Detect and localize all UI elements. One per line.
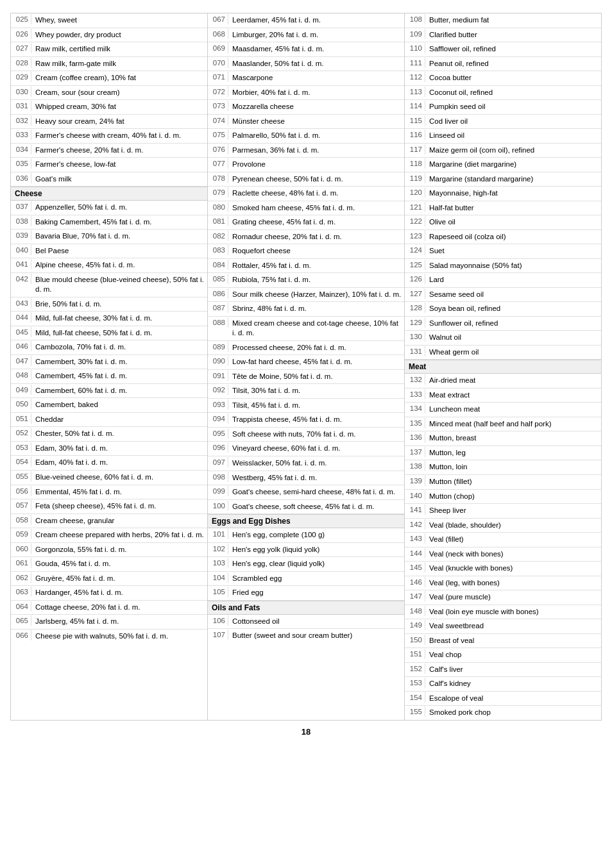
list-item: 081Grating cheese, 45% fat i. d. m. [208,215,404,230]
entry-number: 073 [208,101,228,111]
list-item: 148Veal (loin eye muscle with bones) [405,605,601,620]
entry-number: 066 [11,630,31,640]
list-item: 137Mutton, leg [405,446,601,461]
list-item: 026Whey powder, dry product [11,28,207,43]
entry-number: 074 [208,115,228,126]
entry-number: 080 [208,202,228,212]
list-item: 108Butter, medium fat [405,13,601,28]
list-item: 125Salad mayonnaise (50% fat) [405,259,601,274]
section-header: Oils and Fats [208,601,404,615]
list-item: 140Mutton (chop) [405,490,601,505]
entry-number: 155 [405,706,425,717]
list-item: 144Veal (neck with bones) [405,547,601,562]
entry-number: 108 [405,14,425,24]
entry-number: 105 [208,587,228,597]
entry-label: Hen's egg, complete (100 g) [228,529,327,542]
columns-container: 025Whey, sweet026Whey powder, dry produc… [10,13,602,721]
list-item: 126Lard [405,273,601,288]
entry-number: 144 [405,548,425,558]
entry-number: 096 [208,442,228,453]
entry-number: 153 [405,678,425,688]
list-item: 065Jarlsberg, 45% fat i. d. m. [11,615,207,630]
list-item: 087Sbrinz, 48% fat i. d. m. [208,302,404,317]
entry-label: Smoked ham cheese, 45% fat i. d. m. [228,202,357,215]
list-item: 151Veal chop [405,648,601,663]
list-item: 054Edam, 40% fat i. d. m. [11,456,207,471]
list-item: 056Emmental, 45% fat i. d. m. [11,485,207,500]
list-item: 071Mascarpone [208,71,404,86]
list-item: 107Butter (sweet and sour cream butter) [208,629,404,643]
entry-number: 128 [405,303,425,313]
list-item: 053Edam, 30% fat i. d. m. [11,442,207,456]
entry-number: 084 [208,260,228,270]
entry-label: Cream, sour (sour cream) [31,87,123,99]
entry-number: 142 [405,519,425,530]
list-item: 147Veal (pure muscle) [405,590,601,605]
entry-label: Leerdamer, 45% fat i. d. m. [228,14,323,27]
entry-number: 061 [11,558,31,568]
list-item: 155Smoked pork chop [405,706,601,720]
entry-number: 123 [405,231,425,241]
list-item: 085Rubiola, 75% fat i. d. m. [208,273,404,288]
list-item: 111Peanut oil, refined [405,57,601,72]
entry-number: 132 [405,374,425,385]
entry-number: 100 [208,501,228,511]
list-item: 061Gouda, 45% fat i. d. m. [11,557,207,572]
list-item: 063Hardanger, 45% fat i. d. m. [11,586,207,601]
list-item: 146Veal (leg, with bones) [405,576,601,591]
entry-number: 127 [405,288,425,299]
entry-number: 120 [405,187,425,197]
entry-number: 046 [11,341,31,351]
entry-label: Sunflower oil, refined [425,317,500,330]
list-item: 074Münster cheese [208,115,404,129]
entry-number: 042 [11,274,31,284]
list-item: 121Half-fat butter [405,201,601,216]
list-item: 037Appenzeller, 50% fat i. d. m. [11,201,207,215]
entry-label: Hardanger, 45% fat i. d. m. [31,587,126,599]
entry-label: Bel Paese [31,245,71,258]
list-item: 119Margarine (standard margarine) [405,172,601,187]
entry-number: 078 [208,173,228,183]
entry-label: Salad mayonnaise (50% fat) [425,260,524,272]
list-item: 089Processed cheese, 20% fat i. d. m. [208,341,404,356]
entry-label: Baking Camembert, 45% fat i. d. m. [31,216,155,229]
entry-label: Goat's milk [31,173,74,186]
entry-number: 116 [405,129,425,140]
entry-number: 147 [405,591,425,601]
entry-number: 101 [208,529,228,539]
list-item: 150Breast of veal [405,634,601,649]
list-item: 116Linseed oil [405,129,601,144]
entry-label: Sbrinz, 48% fat i. d. m. [228,303,309,315]
list-item: 076Parmesan, 36% fat i. d. m. [208,144,404,158]
list-item: 152Calf's liver [405,663,601,678]
entry-label: Mayonnaise, high-fat [425,187,500,200]
list-item: 059Cream cheese prepared with herbs, 20%… [11,528,207,543]
entry-label: Veal (pure muscle) [425,591,493,604]
entry-label: Cottonseed oil [228,615,282,628]
entry-label: Margarine (standard margarine) [425,173,536,186]
entry-label: Gorgonzola, 55% fat i. d. m. [31,544,130,556]
entry-number: 133 [405,389,425,399]
entry-label: Grating cheese, 45% fat i. d. m. [228,216,338,229]
list-item: 073Mozzarella cheese [208,100,404,115]
entry-number: 130 [405,331,425,342]
entry-label: Calf's liver [425,664,466,676]
entry-label: Rapeseed oil (colza oil) [425,231,509,244]
entry-label: Veal (leg, with bones) [425,577,502,590]
entry-number: 039 [11,230,31,240]
entry-label: Scrambled egg [228,572,284,585]
entry-label: Westberg, 45% fat i. d. m. [228,472,319,485]
list-item: 048Camembert, 45% fat i. d. m. [11,369,207,384]
list-item: 039Bavaria Blue, 70% fat i. d. m. [11,230,207,244]
entry-label: Cottage cheese, 20% fat i. d. m. [31,601,143,614]
list-item: 133Meat extract [405,388,601,403]
list-item: 028Raw milk, farm-gate milk [11,57,207,72]
entry-label: Farmer's cheese, 20% fat i. d. m. [31,144,146,157]
entry-number: 106 [208,615,228,626]
list-item: 045Mild, full-fat cheese, 50% fat i. d. … [11,326,207,341]
list-item: 069Maasdamer, 45% fat i. d. m. [208,42,404,57]
entry-label: Brie, 50% fat i. d. m. [31,298,105,311]
entry-label: Whipped cream, 30% fat [31,101,119,113]
entry-label: Camembert, 60% fat i. d. m. [31,385,130,397]
list-item: 128Soya bean oil, refined [405,302,601,317]
